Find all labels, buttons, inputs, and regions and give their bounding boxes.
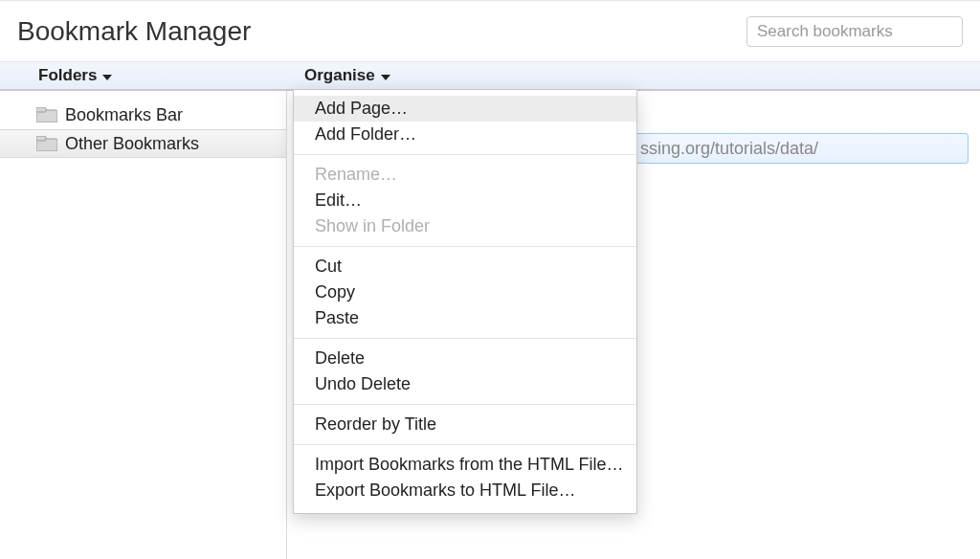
menu-separator [294,246,636,247]
menu-item-rename: Rename… [294,162,636,188]
top-bar: Bookmark Manager [0,0,980,62]
organise-header-label: Organise [304,66,375,85]
organise-menu: Add Page… Add Folder… Rename… Edit… Show… [293,89,637,514]
menu-item-edit[interactable]: Edit… [294,188,636,213]
menu-item-label: Add Page… [315,99,408,119]
sidebar-item-other-bookmarks[interactable]: Other Bookmarks [0,129,286,158]
svg-rect-1 [36,107,46,112]
menu-item-label: Edit… [315,190,362,211]
menu-item-label: Reorder by Title [315,414,436,435]
chevron-down-icon [102,66,112,85]
menu-item-label: Cut [315,257,342,277]
sidebar-item-label: Bookmarks Bar [65,105,183,125]
menu-separator [294,154,636,155]
menu-item-copy[interactable]: Copy [294,280,636,305]
column-headers: Folders Organise [0,62,980,91]
chevron-down-icon [381,66,390,85]
content-pane: ssing.org/tutorials/data/ Add Page… Add … [287,91,980,559]
menu-item-label: Export Bookmarks to HTML File… [315,481,575,501]
folders-sidebar: Bookmarks Bar Other Bookmarks [0,91,287,559]
menu-item-cut[interactable]: Cut [294,254,636,280]
bookmark-url-fragment: ssing.org/tutorials/data/ [640,139,818,159]
menu-item-export-bookmarks[interactable]: Export Bookmarks to HTML File… [294,478,636,503]
menu-item-label: Import Bookmarks from the HTML File… [315,455,623,475]
sidebar-item-bookmarks-bar[interactable]: Bookmarks Bar [0,101,286,129]
svg-rect-3 [36,136,46,141]
menu-separator [294,404,636,405]
menu-item-label: Copy [315,282,355,302]
search-container [746,16,963,47]
menu-item-reorder-by-title[interactable]: Reorder by Title [294,412,636,437]
menu-item-undo-delete[interactable]: Undo Delete [294,371,636,397]
page-title: Bookmark Manager [17,16,251,47]
menu-item-label: Rename… [315,165,397,185]
menu-item-import-bookmarks[interactable]: Import Bookmarks from the HTML File… [294,452,636,478]
folder-icon [36,136,57,151]
sidebar-item-label: Other Bookmarks [65,134,199,154]
menu-item-add-page[interactable]: Add Page… [294,96,636,122]
menu-item-add-folder[interactable]: Add Folder… [294,122,636,147]
menu-item-label: Add Folder… [315,124,416,145]
organise-header[interactable]: Organise [287,62,980,90]
menu-item-label: Undo Delete [315,374,411,394]
menu-item-label: Show in Folder [315,216,430,236]
menu-item-show-in-folder: Show in Folder [294,213,636,239]
menu-item-label: Paste [315,308,359,328]
folders-header[interactable]: Folders [0,62,287,90]
menu-item-paste[interactable]: Paste [294,305,636,331]
folders-header-label: Folders [38,66,97,85]
main-body: Bookmarks Bar Other Bookmarks ssing.org/… [0,91,980,559]
folder-icon [36,107,57,123]
search-input[interactable] [746,16,963,47]
menu-separator [294,444,636,445]
menu-item-label: Delete [315,348,365,369]
menu-item-delete[interactable]: Delete [294,346,636,371]
menu-separator [294,338,636,339]
